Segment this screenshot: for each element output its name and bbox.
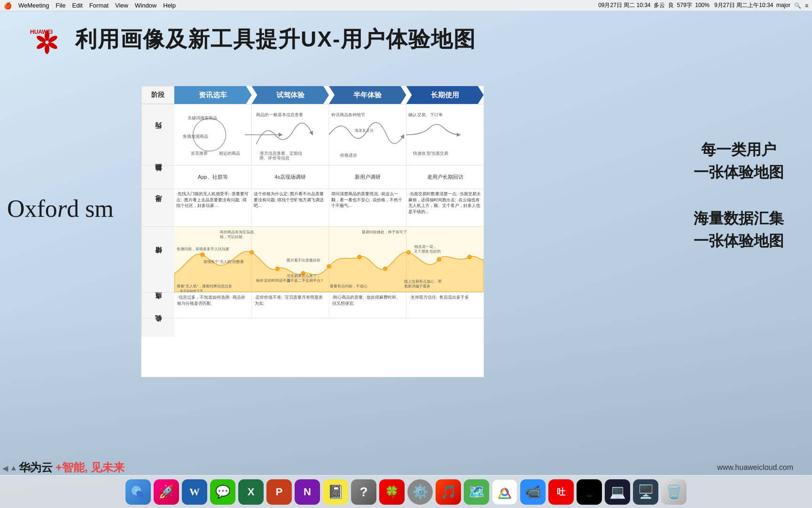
emotion-chart: 鱼塘问很，有很多多手入坑玩家 ·有的商品有淘宝实战 链，可以比较 发现有个"无人… bbox=[174, 227, 484, 292]
jihui-content bbox=[174, 318, 484, 337]
jihui-label: 机会 bbox=[141, 318, 174, 337]
svg-text:发现有个"无人机"的数量: 发现有个"无人机"的数量 bbox=[203, 260, 244, 264]
huawei-logo: HUAWEI bbox=[28, 21, 66, 58]
menu-view[interactable]: View bbox=[115, 2, 128, 9]
tongdian-cell-2: ·定价价值不准; ·宝贝质量月有明显差为实; bbox=[252, 293, 329, 318]
xingwei-row: 行为 关键词搜索商品 鱼塘发现商品 首页推荐 相近的商品 bbox=[141, 104, 484, 165]
svg-text:首页推荐: 首页推荐 bbox=[191, 151, 208, 156]
svg-text:·有的商品有淘宝实战: ·有的商品有淘宝实战 bbox=[219, 230, 254, 234]
phase-1: 资讯选车 bbox=[174, 86, 252, 104]
svg-text:这不是二手交易平台?: 这不是二手交易平台? bbox=[287, 278, 323, 283]
tongdian-cell-3: ·附心商品的质量; ·放款得麻费时和、但又想便宜; bbox=[329, 293, 407, 318]
right-info: 每一类用户 一张体验地图 海量数据汇集 一张体验地图 bbox=[694, 138, 784, 276]
bottom-url: www.huaweicloud.com bbox=[717, 463, 793, 472]
svg-point-28 bbox=[275, 266, 280, 271]
svg-point-4 bbox=[45, 44, 49, 54]
svg-point-30 bbox=[327, 264, 331, 269]
qingxu-label: 情绪 bbox=[141, 227, 174, 292]
jiechu-row: 接触点 App、社群等 4s店现场调研 新用户调研 老用户长期回访 bbox=[141, 165, 484, 189]
huawei-cloud-text: 华为云 bbox=[19, 460, 53, 475]
svg-text:鱼塘发现商品: 鱼塘发现商品 bbox=[183, 134, 208, 139]
jihui-row: 机会 bbox=[141, 318, 484, 337]
menu-file[interactable]: File bbox=[56, 2, 66, 9]
page-title: 利用画像及新工具提升UX-用户体验地图 bbox=[75, 25, 476, 54]
tagline-text: +智能, 见未来 bbox=[55, 460, 125, 475]
right-info-text-2a: 海量数据汇集 bbox=[694, 207, 784, 230]
search-icon[interactable]: 🔍 bbox=[794, 2, 801, 9]
right-info-block-2: 海量数据汇集 一张体验地图 bbox=[694, 207, 784, 252]
svg-text:鱼塘问很，有很多多手入坑玩家: 鱼塘问很，有很多多手入坑玩家 bbox=[177, 247, 229, 251]
bottom-bar: 华为云 +智能, 见未来 www.huaweicloud.com bbox=[0, 460, 812, 475]
sikao-cell-2: 这个价格为什么定; 图片看不出品质量要没有问题; 得找个空旷地方调飞调适吧... bbox=[252, 189, 329, 226]
jiechu-cell-4: 老用户长期回访 bbox=[406, 166, 484, 189]
apple-icon[interactable]: 🍎 bbox=[4, 2, 12, 9]
status-bar-text: 09月27日 周二 10:34 多云 良 579字 100% 9月27日 周二上… bbox=[598, 1, 790, 9]
svg-text:链，可以比较: 链，可以比较 bbox=[219, 235, 242, 239]
svg-text:商品的一般基本信息查看: 商品的一般基本信息查看 bbox=[256, 112, 303, 117]
menu-icon[interactable]: ≡ bbox=[805, 2, 808, 9]
svg-text:图片看不出质量好坏: 图片看不出质量好坏 bbox=[287, 258, 320, 262]
content-area: HUAWEI 利用画像及新工具提升UX-用户体验地图 Oxford sm 阶段 … bbox=[0, 11, 812, 508]
right-info-text-1a: 每一类用户 bbox=[694, 138, 784, 161]
menu-window[interactable]: Window bbox=[135, 2, 156, 9]
svg-point-31 bbox=[357, 255, 362, 260]
sikao-label: 思考 bbox=[141, 189, 174, 226]
menu-help[interactable]: Help bbox=[163, 2, 176, 9]
menu-format[interactable]: Format bbox=[89, 2, 109, 9]
svg-text:搜索"无人机"，搜索结果信息过多: 搜索"无人机"，搜索结果信息过多 bbox=[177, 284, 232, 288]
svg-text:海龙名义分: 海龙名义分 bbox=[355, 128, 374, 133]
svg-text:用、评价等信息: 用、评价等信息 bbox=[259, 156, 289, 160]
svg-text:·量量有点纠纷，不放心: ·量量有点纠纷，不放心 bbox=[329, 284, 367, 288]
xingwei-content: 关键词搜索商品 鱼塘发现商品 首页推荐 相近的商品 商品的一般基本信息查看 ·查… bbox=[174, 104, 484, 165]
header: HUAWEI 利用画像及新工具提升UX-用户体验地图 bbox=[0, 11, 812, 63]
jiechu-cell-2: 4s店现场调研 bbox=[252, 166, 329, 189]
tongdian-cell-4: ·支持双方信任; ·售后流出多于多 bbox=[406, 293, 484, 318]
oxford-signature: Oxford sm bbox=[7, 195, 114, 222]
app-name: WeMeeting bbox=[18, 2, 49, 9]
qingxu-content: 鱼塘问很，有很多多手入坑玩家 ·有的商品有淘宝实战 链，可以比较 发现有个"无人… bbox=[174, 227, 484, 292]
qingxu-row: 情绪 bbox=[141, 226, 484, 292]
sikao-cell-1: ·先找入门级的无人机感受手; ·质量要可点; ·图片看上去品质量要没有问题; ·… bbox=[174, 189, 252, 226]
phase-4: 长期使用 bbox=[406, 86, 484, 104]
svg-text:·钱先花一花，: ·钱先花一花， bbox=[413, 245, 437, 249]
svg-text:又个朋友也好的: 又个朋友也好的 bbox=[414, 249, 440, 254]
svg-point-33 bbox=[406, 250, 411, 255]
svg-text:快速收货/当面交易: 快速收货/当面交易 bbox=[413, 151, 448, 156]
svg-point-1 bbox=[45, 31, 49, 41]
svg-text:着新消偏子最多: 着新消偏子最多 bbox=[404, 284, 430, 288]
tongdian-row: 痛点 ·信息过多，不知道如何选择; ·商品价格与分格是否匹配 ·定价价值不准; … bbox=[141, 292, 484, 318]
svg-point-34 bbox=[437, 257, 441, 262]
right-info-text-2b: 一张体验地图 bbox=[694, 230, 784, 252]
phase-2: 试驾体验 bbox=[252, 86, 329, 104]
xingwei-label: 行为 bbox=[141, 104, 174, 165]
svg-text:当交易来怎么来了，: 当交易来怎么来了， bbox=[287, 274, 320, 278]
sikao-cell-4: ·当面交易时数量清楚一点; ·当面交易太麻烦，还得抽时间跑出去; ·在云端也有无… bbox=[406, 189, 484, 226]
jiechu-cell-3: 新用户调研 bbox=[329, 166, 407, 189]
diagram-area: 阶段 资讯选车 试驾体验 半年体验 长期使用 行为 bbox=[141, 86, 484, 377]
right-info-block-1: 每一类用户 一张体验地图 bbox=[694, 138, 784, 183]
menubar-left: 🍎 WeMeeting File Edit Format View Window… bbox=[4, 2, 176, 9]
tongdian-label: 痛点 bbox=[141, 293, 174, 318]
svg-text:·价格进步: ·价格进步 bbox=[339, 153, 358, 158]
menubar-right: 09月27日 周二 10:34 多云 良 579字 100% 9月27日 周二上… bbox=[598, 1, 808, 9]
svg-point-35 bbox=[467, 255, 472, 260]
stage-row: 阶段 资讯选车 试驾体验 半年体验 长期使用 bbox=[141, 86, 484, 104]
behavior-svg: 关键词搜索商品 鱼塘发现商品 首页推荐 相近的商品 商品的一般基本信息查看 ·查… bbox=[174, 104, 484, 165]
svg-point-26 bbox=[200, 253, 205, 257]
svg-text:相近的商品: 相近的商品 bbox=[219, 151, 240, 156]
stage-label: 阶段 bbox=[141, 86, 174, 104]
svg-text:最易纠纷难处，终于有可了: 最易纠纷难处，终于有可了 bbox=[362, 230, 407, 234]
jiechu-label: 接触点 bbox=[141, 166, 174, 189]
sikao-row: 思考 ·先找入门级的无人机感受手; ·质量要可点; ·图片看上去品质量要没有问题… bbox=[141, 189, 484, 226]
svg-text:线上交易有点放心，带: 线上交易有点放心，带 bbox=[404, 279, 442, 284]
bottom-left: 华为云 +智能, 见未来 bbox=[19, 460, 125, 475]
tongdian-cell-1: ·信息过多，不知道如何选择; ·商品价格与分格是否匹配 bbox=[174, 293, 252, 318]
jiechu-cell-1: App、社群等 bbox=[174, 166, 252, 189]
svg-text:·查方信息查看、定期信: ·查方信息查看、定期信 bbox=[258, 151, 302, 156]
svg-text:确认交易、下订单: 确认交易、下订单 bbox=[408, 112, 442, 117]
stage-phases: 资讯选车 试驾体验 半年体验 长期使用 bbox=[174, 86, 484, 104]
jiechu-content: App、社群等 4s店现场调研 新用户调研 老用户长期回访 bbox=[174, 166, 484, 189]
sikao-cell-3: 得问清楚商品的质量情况; ·就这么一颗，看一看也不安心; ·说价格，不然个个不服… bbox=[329, 189, 407, 226]
phase-3: 半年体验 bbox=[329, 86, 406, 104]
menu-edit[interactable]: Edit bbox=[72, 2, 82, 9]
